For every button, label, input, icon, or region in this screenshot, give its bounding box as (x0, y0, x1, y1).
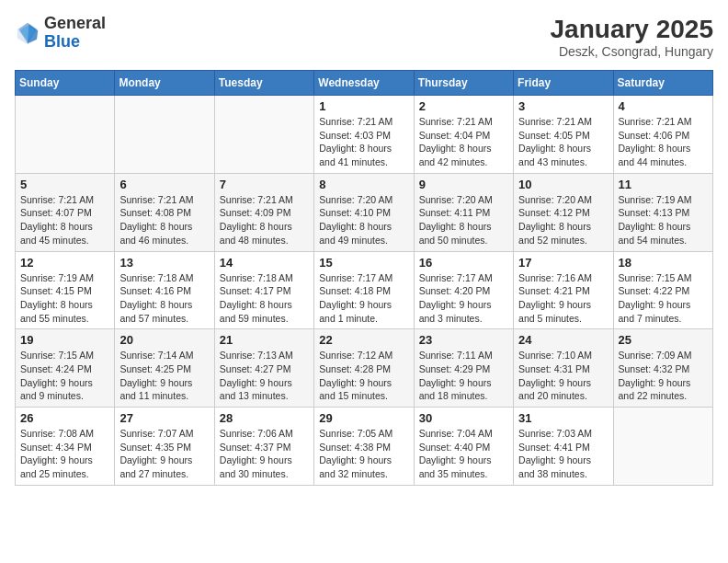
day-info: Sunrise: 7:21 AM Sunset: 4:08 PM Dayligh… (119, 193, 209, 247)
week-row-3: 12Sunrise: 7:19 AM Sunset: 4:15 PM Dayli… (16, 251, 713, 329)
day-info: Sunrise: 7:17 AM Sunset: 4:20 PM Dayligh… (419, 271, 508, 326)
day-number: 18 (619, 256, 708, 270)
day-info: Sunrise: 7:21 AM Sunset: 4:07 PM Dayligh… (20, 193, 109, 247)
day-info: Sunrise: 7:11 AM Sunset: 4:29 PM Dayligh… (419, 349, 508, 403)
day-info: Sunrise: 7:20 AM Sunset: 4:11 PM Dayligh… (419, 193, 508, 247)
title-area: January 2025 Deszk, Csongrad, Hungary (551, 15, 713, 59)
day-info: Sunrise: 7:20 AM Sunset: 4:12 PM Dayligh… (518, 193, 608, 247)
day-number: 22 (319, 333, 408, 347)
day-cell: 15Sunrise: 7:17 AM Sunset: 4:18 PM Dayli… (314, 251, 414, 329)
day-number: 1 (319, 99, 408, 113)
day-number: 7 (220, 178, 309, 191)
day-cell: 11Sunrise: 7:19 AM Sunset: 4:13 PM Dayli… (613, 173, 712, 251)
day-cell: 23Sunrise: 7:11 AM Sunset: 4:29 PM Dayli… (414, 329, 513, 408)
day-info: Sunrise: 7:05 AM Sunset: 4:38 PM Dayligh… (319, 427, 408, 481)
day-number: 21 (220, 333, 309, 347)
day-number: 12 (20, 256, 109, 270)
day-number: 16 (419, 256, 508, 270)
day-number: 4 (619, 99, 708, 113)
day-cell: 12Sunrise: 7:19 AM Sunset: 4:15 PM Dayli… (16, 251, 115, 329)
day-number: 25 (619, 333, 708, 347)
day-number: 2 (419, 99, 508, 113)
days-header-row: SundayMondayTuesdayWednesdayThursdayFrid… (16, 71, 713, 96)
day-cell: 4Sunrise: 7:21 AM Sunset: 4:06 PM Daylig… (613, 96, 712, 174)
week-row-4: 19Sunrise: 7:15 AM Sunset: 4:24 PM Dayli… (16, 329, 713, 408)
logo: General Blue (15, 15, 106, 52)
day-number: 6 (119, 178, 209, 191)
day-info: Sunrise: 7:14 AM Sunset: 4:25 PM Dayligh… (119, 349, 209, 403)
day-cell (613, 408, 712, 486)
day-info: Sunrise: 7:15 AM Sunset: 4:22 PM Dayligh… (619, 271, 708, 326)
day-info: Sunrise: 7:18 AM Sunset: 4:17 PM Dayligh… (220, 271, 309, 326)
day-info: Sunrise: 7:20 AM Sunset: 4:10 PM Dayligh… (319, 193, 408, 247)
day-cell: 6Sunrise: 7:21 AM Sunset: 4:08 PM Daylig… (115, 173, 214, 251)
day-info: Sunrise: 7:03 AM Sunset: 4:41 PM Dayligh… (518, 427, 608, 481)
day-cell (214, 96, 313, 174)
day-number: 11 (619, 178, 708, 191)
day-header-tuesday: Tuesday (214, 71, 313, 96)
day-info: Sunrise: 7:10 AM Sunset: 4:31 PM Dayligh… (518, 349, 608, 403)
day-cell (16, 96, 115, 174)
day-cell: 14Sunrise: 7:18 AM Sunset: 4:17 PM Dayli… (214, 251, 313, 329)
day-info: Sunrise: 7:21 AM Sunset: 4:04 PM Dayligh… (419, 115, 508, 169)
day-cell: 26Sunrise: 7:08 AM Sunset: 4:34 PM Dayli… (16, 408, 115, 486)
day-number: 19 (20, 333, 109, 347)
day-info: Sunrise: 7:19 AM Sunset: 4:15 PM Dayligh… (20, 271, 109, 326)
day-info: Sunrise: 7:21 AM Sunset: 4:03 PM Dayligh… (319, 115, 408, 169)
day-cell: 10Sunrise: 7:20 AM Sunset: 4:12 PM Dayli… (514, 173, 613, 251)
day-number: 31 (518, 411, 608, 425)
day-cell: 25Sunrise: 7:09 AM Sunset: 4:32 PM Dayli… (613, 329, 712, 408)
day-cell: 31Sunrise: 7:03 AM Sunset: 4:41 PM Dayli… (514, 408, 613, 486)
day-cell: 16Sunrise: 7:17 AM Sunset: 4:20 PM Dayli… (414, 251, 513, 329)
day-info: Sunrise: 7:19 AM Sunset: 4:13 PM Dayligh… (619, 193, 708, 247)
day-header-wednesday: Wednesday (314, 71, 414, 96)
day-cell: 24Sunrise: 7:10 AM Sunset: 4:31 PM Dayli… (514, 329, 613, 408)
day-number: 17 (518, 256, 608, 270)
day-info: Sunrise: 7:07 AM Sunset: 4:35 PM Dayligh… (119, 427, 209, 481)
day-cell: 21Sunrise: 7:13 AM Sunset: 4:27 PM Dayli… (214, 329, 313, 408)
calendar-subtitle: Deszk, Csongrad, Hungary (551, 44, 713, 59)
day-header-sunday: Sunday (16, 71, 115, 96)
day-number: 26 (20, 411, 109, 425)
logo-icon (15, 20, 40, 46)
day-info: Sunrise: 7:18 AM Sunset: 4:16 PM Dayligh… (119, 271, 209, 326)
day-number: 8 (319, 178, 408, 191)
calendar-table: SundayMondayTuesdayWednesdayThursdayFrid… (15, 70, 713, 486)
day-info: Sunrise: 7:21 AM Sunset: 4:05 PM Dayligh… (518, 115, 608, 169)
day-cell: 2Sunrise: 7:21 AM Sunset: 4:04 PM Daylig… (414, 96, 513, 174)
day-header-monday: Monday (115, 71, 214, 96)
week-row-5: 26Sunrise: 7:08 AM Sunset: 4:34 PM Dayli… (16, 408, 713, 486)
day-cell: 27Sunrise: 7:07 AM Sunset: 4:35 PM Dayli… (115, 408, 214, 486)
day-cell: 5Sunrise: 7:21 AM Sunset: 4:07 PM Daylig… (16, 173, 115, 251)
day-info: Sunrise: 7:17 AM Sunset: 4:18 PM Dayligh… (319, 271, 408, 326)
day-cell: 8Sunrise: 7:20 AM Sunset: 4:10 PM Daylig… (314, 173, 414, 251)
calendar-title: January 2025 (551, 15, 713, 44)
day-info: Sunrise: 7:04 AM Sunset: 4:40 PM Dayligh… (419, 427, 508, 481)
day-number: 5 (20, 178, 109, 191)
day-cell: 7Sunrise: 7:21 AM Sunset: 4:09 PM Daylig… (214, 173, 313, 251)
day-number: 29 (319, 411, 408, 425)
day-cell: 17Sunrise: 7:16 AM Sunset: 4:21 PM Dayli… (514, 251, 613, 329)
day-cell: 29Sunrise: 7:05 AM Sunset: 4:38 PM Dayli… (314, 408, 414, 486)
day-info: Sunrise: 7:12 AM Sunset: 4:28 PM Dayligh… (319, 349, 408, 403)
day-cell: 9Sunrise: 7:20 AM Sunset: 4:11 PM Daylig… (414, 173, 513, 251)
day-header-thursday: Thursday (414, 71, 513, 96)
day-info: Sunrise: 7:15 AM Sunset: 4:24 PM Dayligh… (20, 349, 109, 403)
day-cell: 3Sunrise: 7:21 AM Sunset: 4:05 PM Daylig… (514, 96, 613, 174)
logo-text: General Blue (44, 15, 106, 52)
day-cell: 13Sunrise: 7:18 AM Sunset: 4:16 PM Dayli… (115, 251, 214, 329)
day-number: 24 (518, 333, 608, 347)
day-header-friday: Friday (514, 71, 613, 96)
day-info: Sunrise: 7:13 AM Sunset: 4:27 PM Dayligh… (220, 349, 309, 403)
day-cell: 18Sunrise: 7:15 AM Sunset: 4:22 PM Dayli… (613, 251, 712, 329)
day-info: Sunrise: 7:16 AM Sunset: 4:21 PM Dayligh… (518, 271, 608, 326)
day-number: 23 (419, 333, 508, 347)
day-cell: 19Sunrise: 7:15 AM Sunset: 4:24 PM Dayli… (16, 329, 115, 408)
week-row-2: 5Sunrise: 7:21 AM Sunset: 4:07 PM Daylig… (16, 173, 713, 251)
day-number: 28 (220, 411, 309, 425)
day-cell: 20Sunrise: 7:14 AM Sunset: 4:25 PM Dayli… (115, 329, 214, 408)
day-cell: 28Sunrise: 7:06 AM Sunset: 4:37 PM Dayli… (214, 408, 313, 486)
day-cell: 30Sunrise: 7:04 AM Sunset: 4:40 PM Dayli… (414, 408, 513, 486)
day-number: 13 (119, 256, 209, 270)
day-info: Sunrise: 7:08 AM Sunset: 4:34 PM Dayligh… (20, 427, 109, 481)
